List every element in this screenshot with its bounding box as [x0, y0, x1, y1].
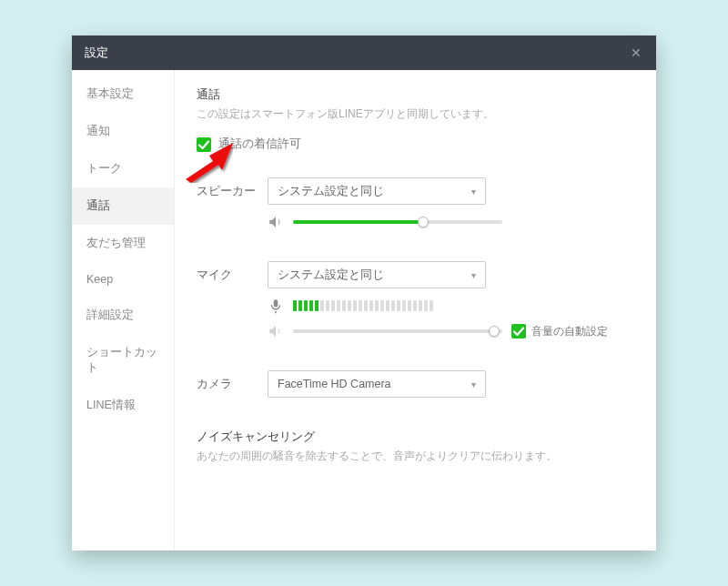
settings-modal: 設定 ✕ 基本設定 通知 トーク 通話 友だち管理 Keep 詳細設定 ショート… [72, 35, 656, 551]
allow-incoming-row: 通話の着信許可 [197, 136, 634, 152]
camera-select[interactable]: FaceTime HD Camera ▾ [268, 370, 486, 398]
mic-level-meter [293, 299, 433, 312]
speaker-label: スピーカー [197, 177, 268, 199]
sidebar-item-notify[interactable]: 通知 [72, 113, 174, 150]
microphone-icon [268, 298, 284, 314]
speaker-select[interactable]: システム設定と同じ ▾ [268, 177, 486, 205]
volume-icon [268, 214, 284, 230]
modal-title: 設定 [85, 45, 108, 61]
level-bar [337, 300, 340, 311]
level-bar [342, 300, 346, 311]
mic-level-row [268, 298, 634, 314]
check-icon [197, 137, 211, 152]
level-bar [293, 300, 297, 311]
allow-incoming-checkbox[interactable] [197, 137, 211, 152]
level-bar [348, 300, 351, 311]
level-bar [402, 300, 406, 311]
sidebar-item-shortcut[interactable]: ショートカット [72, 334, 174, 387]
level-bar [413, 300, 417, 311]
level-bar [326, 300, 329, 311]
level-bar [304, 300, 308, 311]
level-bar [419, 300, 422, 311]
mic-volume-slider[interactable] [293, 329, 502, 333]
sidebar-item-keep[interactable]: Keep [72, 262, 174, 297]
auto-gain-row: 音量の自動設定 [511, 324, 608, 339]
chevron-down-icon: ▾ [471, 187, 476, 197]
speaker-volume-slider[interactable] [293, 220, 502, 224]
modal-body: 基本設定 通知 トーク 通話 友だち管理 Keep 詳細設定 ショートカット L… [72, 70, 656, 551]
check-icon [511, 324, 526, 338]
camera-select-value: FaceTime HD Camera [278, 378, 391, 390]
level-bar [386, 300, 389, 311]
sidebar-item-call[interactable]: 通話 [72, 187, 174, 225]
sidebar-item-about[interactable]: LINE情報 [72, 387, 174, 424]
level-bar [309, 300, 313, 311]
level-bar [430, 300, 433, 311]
level-bar [375, 300, 379, 311]
noise-title: ノイズキャンセリング [197, 429, 634, 445]
level-bar [408, 300, 411, 311]
titlebar: 設定 ✕ [72, 35, 656, 70]
mic-select[interactable]: システム設定と同じ ▾ [268, 261, 486, 288]
level-bar [315, 300, 318, 311]
mic-label: マイク [197, 261, 268, 283]
level-bar [320, 300, 324, 311]
sidebar-item-friends[interactable]: 友だち管理 [72, 225, 174, 262]
level-bar [353, 300, 357, 311]
mic-select-value: システム設定と同じ [278, 268, 384, 283]
camera-label: カメラ [197, 370, 268, 392]
section-title: 通話 [197, 86, 634, 103]
sidebar-item-talk[interactable]: トーク [72, 150, 174, 187]
auto-gain-checkbox[interactable] [511, 324, 526, 338]
allow-incoming-label: 通話の着信許可 [218, 136, 301, 152]
mic-volume-row: 音量の自動設定 [268, 323, 634, 339]
sidebar-item-advanced[interactable]: 詳細設定 [72, 297, 174, 334]
level-bar [397, 300, 400, 311]
sidebar-item-basic[interactable]: 基本設定 [72, 76, 174, 113]
auto-gain-label: 音量の自動設定 [531, 324, 608, 339]
chevron-down-icon: ▾ [471, 379, 476, 389]
level-bar [424, 300, 428, 311]
level-bar [359, 300, 362, 311]
speaker-volume-row [268, 214, 634, 230]
settings-content: 通話 この設定はスマートフォン版LINEアプリと同期しています。 通話の着信許可… [175, 70, 656, 551]
mic-row: マイク システム設定と同じ ▾ [197, 261, 634, 339]
level-bar [391, 300, 395, 311]
camera-row: カメラ FaceTime HD Camera ▾ [197, 370, 634, 398]
speaker-row: スピーカー システム設定と同じ ▾ [197, 177, 634, 230]
speaker-select-value: システム設定と同じ [278, 184, 384, 199]
volume-icon [268, 323, 284, 339]
section-desc: この設定はスマートフォン版LINEアプリと同期しています。 [197, 106, 634, 122]
close-icon[interactable]: ✕ [629, 45, 643, 60]
noise-desc: あなたの周囲の騒音を除去することで、音声がよりクリアに伝わります。 [197, 449, 634, 464]
level-bar [331, 300, 335, 311]
level-bar [298, 300, 302, 311]
level-bar [380, 300, 384, 311]
chevron-down-icon: ▾ [471, 270, 476, 280]
level-bar [364, 300, 368, 311]
settings-sidebar: 基本設定 通知 トーク 通話 友だち管理 Keep 詳細設定 ショートカット L… [72, 70, 175, 551]
level-bar [369, 300, 373, 311]
